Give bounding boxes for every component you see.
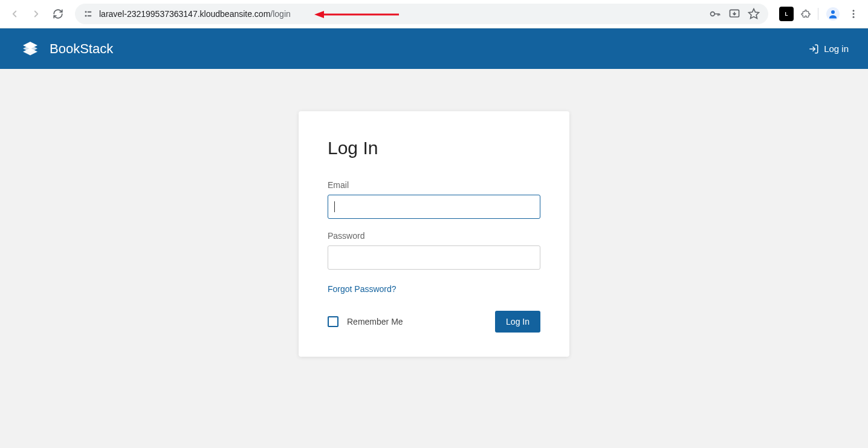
svg-point-2 bbox=[85, 15, 87, 17]
svg-point-9 bbox=[853, 10, 855, 11]
logo-area[interactable]: BookStack bbox=[19, 38, 113, 60]
header-login-label: Log in bbox=[824, 44, 849, 54]
install-app-icon[interactable] bbox=[728, 8, 740, 20]
login-card: Log In Email Password Forgot Password? R… bbox=[299, 111, 569, 357]
site-settings-icon[interactable] bbox=[83, 9, 93, 19]
svg-text:L: L bbox=[785, 11, 788, 17]
svg-marker-6 bbox=[749, 9, 759, 19]
password-group: Password bbox=[328, 231, 540, 270]
password-key-icon[interactable] bbox=[709, 8, 721, 20]
password-label: Password bbox=[328, 231, 540, 241]
bookstack-logo-icon bbox=[19, 38, 41, 60]
extensions-puzzle-icon[interactable] bbox=[800, 8, 812, 20]
svg-point-10 bbox=[853, 13, 855, 15]
remember-area[interactable]: Remember Me bbox=[328, 316, 403, 327]
form-footer: Remember Me Log In bbox=[328, 311, 540, 333]
svg-point-8 bbox=[831, 10, 835, 14]
bookmark-star-icon[interactable] bbox=[748, 8, 760, 20]
app-name: BookStack bbox=[50, 41, 113, 57]
remember-label: Remember Me bbox=[347, 317, 403, 326]
profile-button[interactable] bbox=[824, 5, 841, 22]
login-submit-button[interactable]: Log In bbox=[495, 311, 540, 333]
extensions-area: L bbox=[777, 5, 862, 22]
app-header: BookStack Log in bbox=[0, 28, 868, 69]
url-text: laravel-232199537363147.kloudbeansite.co… bbox=[99, 9, 291, 19]
main-content: Log In Email Password Forgot Password? R… bbox=[0, 69, 868, 357]
svg-rect-3 bbox=[88, 15, 92, 16]
reload-button[interactable] bbox=[50, 5, 66, 22]
menu-dots-icon[interactable] bbox=[847, 8, 860, 20]
forgot-password-link[interactable]: Forgot Password? bbox=[328, 284, 397, 294]
email-group: Email bbox=[328, 180, 540, 219]
forward-button[interactable] bbox=[28, 5, 45, 22]
password-input[interactable] bbox=[328, 245, 540, 270]
extension-button[interactable]: L bbox=[779, 7, 794, 21]
email-label: Email bbox=[328, 180, 540, 190]
svg-rect-1 bbox=[88, 11, 92, 13]
svg-point-0 bbox=[85, 11, 87, 13]
header-login-link[interactable]: Log in bbox=[808, 44, 849, 54]
email-input[interactable] bbox=[328, 195, 540, 219]
remember-checkbox[interactable] bbox=[328, 316, 338, 327]
login-title: Log In bbox=[328, 138, 540, 158]
login-icon bbox=[808, 44, 819, 54]
address-bar[interactable]: laravel-232199537363147.kloudbeansite.co… bbox=[75, 4, 768, 24]
svg-point-4 bbox=[711, 12, 715, 16]
browser-toolbar: laravel-232199537363147.kloudbeansite.co… bbox=[0, 0, 868, 28]
separator bbox=[818, 8, 818, 20]
svg-point-11 bbox=[853, 16, 855, 18]
back-button[interactable] bbox=[6, 5, 23, 22]
